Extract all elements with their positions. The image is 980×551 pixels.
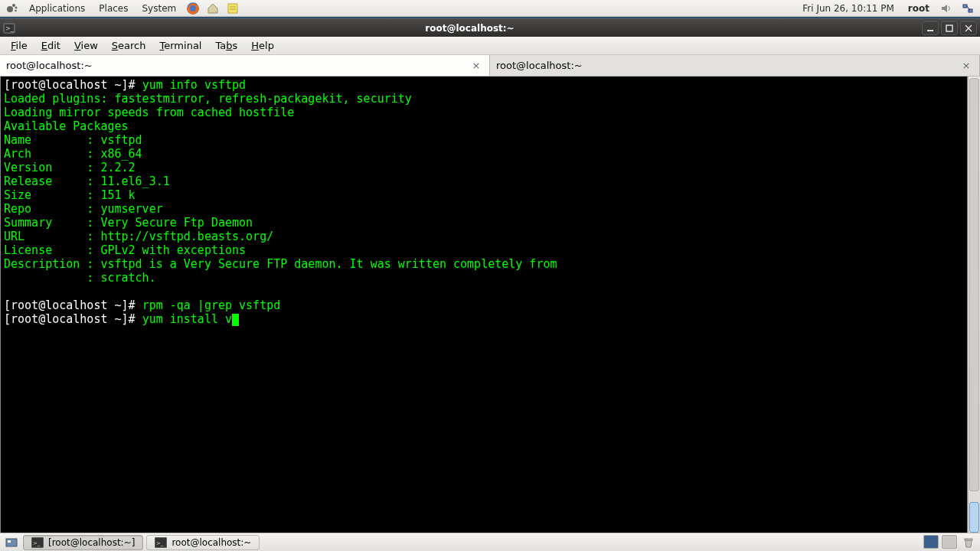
tab-label: root@localhost:~	[496, 60, 583, 71]
window-titlebar[interactable]: >_ root@localhost:~	[0, 18, 980, 37]
scrollbar-thumb-highlight[interactable]	[969, 502, 979, 533]
taskbar-label: [root@localhost:~]	[48, 537, 135, 548]
places-menu[interactable]: Places	[93, 2, 134, 15]
menu-edit[interactable]: Edit	[35, 38, 67, 53]
terminal-menubar: File Edit View Search Terminal Tabs Help	[0, 37, 980, 55]
gnome-bottom-panel: >_ [root@localhost:~] >_ root@localhost:…	[0, 533, 980, 551]
field-value: yumserver	[100, 202, 162, 216]
command-text: yum install v	[142, 312, 232, 326]
menu-view[interactable]: View	[68, 38, 104, 53]
field-key: Name :	[4, 133, 100, 147]
terminal-scrollbar[interactable]	[968, 77, 980, 534]
prompt: [root@localhost ~]#	[4, 298, 142, 312]
taskbar-button-1[interactable]: >_ [root@localhost:~]	[23, 535, 143, 550]
field-value: vsftpd is a Very Secure FTP daemon. It w…	[100, 257, 557, 271]
panel-left: Applications Places System	[3, 0, 242, 17]
window-title: root@localhost:~	[20, 23, 920, 34]
field-key: Summary :	[4, 216, 100, 230]
tab-close-icon[interactable]: ×	[959, 59, 973, 73]
terminal-window-icon: >_	[3, 22, 15, 34]
output-line: Loaded plugins: fastestmirror, refresh-p…	[4, 92, 412, 106]
volume-icon[interactable]	[938, 0, 955, 17]
taskbar-label: root@localhost:~	[172, 537, 251, 548]
svg-text:>_: >_	[33, 540, 41, 546]
menu-search[interactable]: Search	[106, 38, 152, 53]
svg-point-2	[15, 6, 18, 8]
field-value: scratch.	[100, 271, 155, 285]
panel-right: Fri Jun 26, 10:11 PM root	[796, 0, 977, 17]
field-key: Description :	[4, 257, 100, 271]
menu-file[interactable]: File	[5, 38, 34, 53]
output-line: Loading mirror speeds from cached hostfi…	[4, 106, 294, 119]
field-key: Repo :	[4, 202, 100, 216]
gnome-top-panel: Applications Places System Fri Jun 26, 1…	[0, 0, 980, 17]
notes-icon[interactable]	[224, 0, 241, 17]
trash-icon[interactable]	[960, 535, 977, 550]
field-key: Size :	[4, 188, 100, 202]
svg-point-3	[15, 9, 17, 11]
workspace-2[interactable]	[942, 535, 957, 549]
scrollbar-thumb[interactable]	[969, 78, 979, 491]
field-value: GPLv2 with exceptions	[100, 243, 246, 257]
field-key: License :	[4, 243, 100, 257]
svg-point-5	[190, 5, 196, 11]
show-desktop-button[interactable]	[3, 535, 20, 550]
svg-rect-15	[946, 25, 952, 31]
field-value: x86_64	[100, 147, 142, 161]
field-value: 2.2.2	[100, 161, 135, 174]
svg-rect-19	[8, 540, 11, 543]
prompt: [root@localhost ~]#	[4, 312, 142, 326]
close-button[interactable]	[960, 21, 977, 35]
terminal-tabstrip: root@localhost:~ × root@localhost:~ ×	[0, 55, 980, 77]
home-icon[interactable]	[204, 0, 221, 17]
field-key: Release :	[4, 174, 100, 188]
output-line: Available Packages	[4, 119, 129, 133]
field-value: 11.el6_3.1	[100, 174, 169, 188]
svg-rect-9	[963, 5, 967, 8]
applications-menu[interactable]: Applications	[23, 2, 91, 15]
field-value: Very Secure Ftp Daemon	[100, 216, 253, 230]
minimize-button[interactable]	[922, 21, 939, 35]
field-value: vsftpd	[100, 133, 142, 147]
terminal-tab-1[interactable]: root@localhost:~ ×	[0, 55, 490, 76]
field-key: URL :	[4, 230, 100, 243]
tab-close-icon[interactable]: ×	[469, 59, 483, 73]
svg-rect-24	[965, 539, 972, 540]
taskbar-button-2[interactable]: >_ root@localhost:~	[146, 535, 260, 550]
svg-text:>_: >_	[156, 540, 164, 546]
field-value: 151 k	[100, 188, 135, 202]
menu-terminal[interactable]: Terminal	[154, 38, 208, 53]
terminal-tab-2[interactable]: root@localhost:~ ×	[490, 55, 980, 76]
field-key: Version :	[4, 161, 100, 174]
menu-help[interactable]: Help	[245, 38, 280, 53]
network-icon[interactable]	[959, 0, 976, 17]
prompt: [root@localhost ~]#	[4, 78, 142, 92]
field-key: :	[4, 271, 100, 285]
cursor	[232, 314, 239, 326]
maximize-button[interactable]	[941, 21, 958, 35]
user-menu[interactable]: root	[903, 3, 934, 14]
field-key: Arch :	[4, 147, 100, 161]
firefox-icon[interactable]	[185, 0, 201, 17]
svg-point-0	[7, 6, 13, 12]
tab-label: root@localhost:~	[6, 60, 93, 71]
workspace-1[interactable]	[923, 535, 939, 549]
gnome-foot-icon[interactable]	[4, 0, 21, 17]
svg-rect-6	[228, 4, 237, 13]
field-value: http://vsftpd.beasts.org/	[100, 230, 273, 243]
terminal-output[interactable]: [root@localhost ~]# yum info vsftpd Load…	[0, 77, 968, 534]
command-text: yum info vsftpd	[142, 78, 246, 92]
system-menu[interactable]: System	[136, 2, 182, 15]
clock[interactable]: Fri Jun 26, 10:11 PM	[796, 3, 900, 14]
menu-tabs[interactable]: Tabs	[209, 38, 243, 53]
svg-point-1	[12, 4, 15, 7]
svg-text:>_: >_	[5, 25, 15, 32]
panel-right	[923, 535, 977, 550]
command-text: rpm -qa |grep vsftpd	[142, 298, 281, 312]
terminal-area: [root@localhost ~]# yum info vsftpd Load…	[0, 77, 980, 534]
